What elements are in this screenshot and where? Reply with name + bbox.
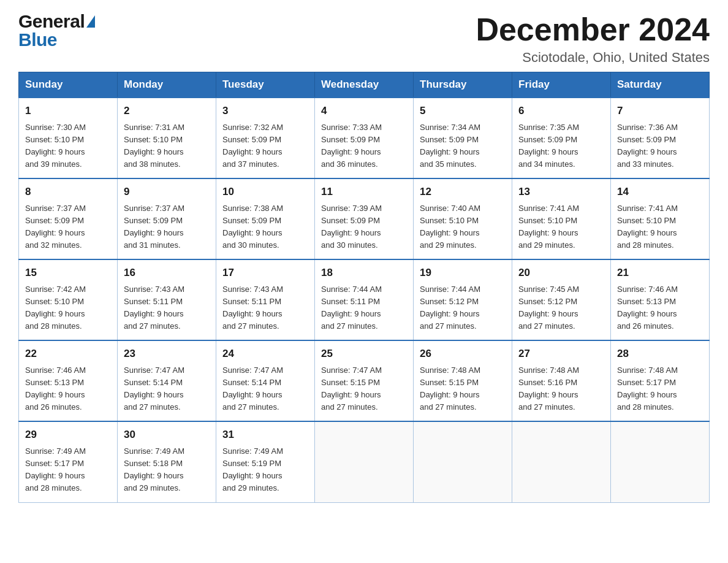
day-number: 23	[124, 346, 210, 362]
day-number: 4	[321, 103, 407, 119]
calendar-cell: 18 Sunrise: 7:44 AM Sunset: 5:11 PM Dayl…	[315, 259, 414, 340]
day-info: Sunrise: 7:31 AM Sunset: 5:10 PM Dayligh…	[124, 121, 210, 171]
day-info: Sunrise: 7:46 AM Sunset: 5:13 PM Dayligh…	[617, 283, 703, 333]
week-row-5: 29 Sunrise: 7:49 AM Sunset: 5:17 PM Dayl…	[19, 421, 710, 502]
day-info: Sunrise: 7:37 AM Sunset: 5:09 PM Dayligh…	[124, 202, 210, 252]
day-info: Sunrise: 7:48 AM Sunset: 5:16 PM Dayligh…	[518, 364, 604, 414]
calendar-cell: 22 Sunrise: 7:46 AM Sunset: 5:13 PM Dayl…	[19, 340, 118, 421]
day-number: 27	[518, 346, 604, 362]
day-number: 13	[518, 184, 604, 200]
day-info: Sunrise: 7:32 AM Sunset: 5:09 PM Dayligh…	[222, 121, 308, 171]
calendar-cell: 17 Sunrise: 7:43 AM Sunset: 5:11 PM Dayl…	[216, 259, 315, 340]
day-number: 16	[124, 265, 210, 281]
day-number: 14	[617, 184, 703, 200]
day-info: Sunrise: 7:48 AM Sunset: 5:15 PM Dayligh…	[420, 364, 506, 414]
day-info: Sunrise: 7:35 AM Sunset: 5:09 PM Dayligh…	[518, 121, 604, 171]
calendar-cell: 19 Sunrise: 7:44 AM Sunset: 5:12 PM Dayl…	[414, 259, 512, 340]
calendar-cell: 14 Sunrise: 7:41 AM Sunset: 5:10 PM Dayl…	[611, 178, 710, 259]
day-info: Sunrise: 7:43 AM Sunset: 5:11 PM Dayligh…	[222, 283, 308, 333]
calendar-cell: 9 Sunrise: 7:37 AM Sunset: 5:09 PM Dayli…	[118, 178, 216, 259]
day-number: 20	[518, 265, 604, 281]
day-info: Sunrise: 7:41 AM Sunset: 5:10 PM Dayligh…	[518, 202, 604, 252]
day-number: 19	[420, 265, 506, 281]
col-sunday: Sunday	[19, 72, 118, 98]
title-area: December 2024 Sciotodale, Ohio, United S…	[476, 12, 710, 66]
day-number: 11	[321, 184, 407, 200]
day-number: 25	[321, 346, 407, 362]
page-header: General Blue December 2024 Sciotodale, O…	[18, 12, 710, 66]
col-wednesday: Wednesday	[315, 72, 414, 98]
calendar-cell: 4 Sunrise: 7:33 AM Sunset: 5:09 PM Dayli…	[315, 98, 414, 178]
calendar-body: 1 Sunrise: 7:30 AM Sunset: 5:10 PM Dayli…	[19, 98, 710, 502]
calendar-header: Sunday Monday Tuesday Wednesday Thursday…	[19, 72, 710, 98]
day-number: 29	[25, 427, 111, 443]
day-info: Sunrise: 7:46 AM Sunset: 5:13 PM Dayligh…	[25, 364, 111, 414]
calendar-cell: 20 Sunrise: 7:45 AM Sunset: 5:12 PM Dayl…	[512, 259, 611, 340]
day-number: 7	[617, 103, 703, 119]
day-info: Sunrise: 7:40 AM Sunset: 5:10 PM Dayligh…	[420, 202, 506, 252]
day-number: 31	[222, 427, 308, 443]
day-info: Sunrise: 7:37 AM Sunset: 5:09 PM Dayligh…	[25, 202, 111, 252]
day-number: 12	[420, 184, 506, 200]
day-number: 1	[25, 103, 111, 119]
calendar-cell: 8 Sunrise: 7:37 AM Sunset: 5:09 PM Dayli…	[19, 178, 118, 259]
day-number: 6	[518, 103, 604, 119]
day-info: Sunrise: 7:43 AM Sunset: 5:11 PM Dayligh…	[124, 283, 210, 333]
calendar-cell: 6 Sunrise: 7:35 AM Sunset: 5:09 PM Dayli…	[512, 98, 611, 178]
logo-general-text: General	[18, 12, 95, 31]
calendar-cell: 12 Sunrise: 7:40 AM Sunset: 5:10 PM Dayl…	[414, 178, 512, 259]
col-friday: Friday	[512, 72, 611, 98]
calendar-cell: 16 Sunrise: 7:43 AM Sunset: 5:11 PM Dayl…	[118, 259, 216, 340]
calendar-cell: 23 Sunrise: 7:47 AM Sunset: 5:14 PM Dayl…	[118, 340, 216, 421]
calendar-cell: 5 Sunrise: 7:34 AM Sunset: 5:09 PM Dayli…	[414, 98, 512, 178]
day-number: 15	[25, 265, 111, 281]
day-info: Sunrise: 7:49 AM Sunset: 5:19 PM Dayligh…	[222, 445, 308, 495]
day-info: Sunrise: 7:42 AM Sunset: 5:10 PM Dayligh…	[25, 283, 111, 333]
calendar-cell	[315, 421, 414, 502]
calendar-cell: 27 Sunrise: 7:48 AM Sunset: 5:16 PM Dayl…	[512, 340, 611, 421]
day-number: 28	[617, 346, 703, 362]
day-info: Sunrise: 7:30 AM Sunset: 5:10 PM Dayligh…	[25, 121, 111, 171]
day-number: 21	[617, 265, 703, 281]
calendar-cell: 26 Sunrise: 7:48 AM Sunset: 5:15 PM Dayl…	[414, 340, 512, 421]
day-info: Sunrise: 7:44 AM Sunset: 5:12 PM Dayligh…	[420, 283, 506, 333]
col-monday: Monday	[118, 72, 216, 98]
day-number: 24	[222, 346, 308, 362]
calendar-cell: 1 Sunrise: 7:30 AM Sunset: 5:10 PM Dayli…	[19, 98, 118, 178]
month-title: December 2024	[476, 12, 710, 47]
day-info: Sunrise: 7:34 AM Sunset: 5:09 PM Dayligh…	[420, 121, 506, 171]
day-info: Sunrise: 7:48 AM Sunset: 5:17 PM Dayligh…	[617, 364, 703, 414]
logo-blue-text: Blue	[18, 31, 95, 49]
day-info: Sunrise: 7:47 AM Sunset: 5:14 PM Dayligh…	[222, 364, 308, 414]
calendar-cell: 11 Sunrise: 7:39 AM Sunset: 5:09 PM Dayl…	[315, 178, 414, 259]
day-number: 8	[25, 184, 111, 200]
day-info: Sunrise: 7:47 AM Sunset: 5:15 PM Dayligh…	[321, 364, 407, 414]
day-info: Sunrise: 7:49 AM Sunset: 5:17 PM Dayligh…	[25, 445, 111, 495]
calendar-cell: 21 Sunrise: 7:46 AM Sunset: 5:13 PM Dayl…	[611, 259, 710, 340]
header-row: Sunday Monday Tuesday Wednesday Thursday…	[19, 72, 710, 98]
calendar-cell: 2 Sunrise: 7:31 AM Sunset: 5:10 PM Dayli…	[118, 98, 216, 178]
day-info: Sunrise: 7:44 AM Sunset: 5:11 PM Dayligh…	[321, 283, 407, 333]
location-title: Sciotodale, Ohio, United States	[476, 50, 710, 66]
calendar-cell: 3 Sunrise: 7:32 AM Sunset: 5:09 PM Dayli…	[216, 98, 315, 178]
calendar-cell: 29 Sunrise: 7:49 AM Sunset: 5:17 PM Dayl…	[19, 421, 118, 502]
calendar-cell: 25 Sunrise: 7:47 AM Sunset: 5:15 PM Dayl…	[315, 340, 414, 421]
calendar-cell: 28 Sunrise: 7:48 AM Sunset: 5:17 PM Dayl…	[611, 340, 710, 421]
calendar-cell: 31 Sunrise: 7:49 AM Sunset: 5:19 PM Dayl…	[216, 421, 315, 502]
day-info: Sunrise: 7:38 AM Sunset: 5:09 PM Dayligh…	[222, 202, 308, 252]
day-info: Sunrise: 7:47 AM Sunset: 5:14 PM Dayligh…	[124, 364, 210, 414]
week-row-1: 1 Sunrise: 7:30 AM Sunset: 5:10 PM Dayli…	[19, 98, 710, 178]
week-row-4: 22 Sunrise: 7:46 AM Sunset: 5:13 PM Dayl…	[19, 340, 710, 421]
calendar-cell	[414, 421, 512, 502]
logo: General Blue	[18, 12, 95, 49]
calendar-cell	[611, 421, 710, 502]
day-number: 10	[222, 184, 308, 200]
day-info: Sunrise: 7:41 AM Sunset: 5:10 PM Dayligh…	[617, 202, 703, 252]
day-number: 17	[222, 265, 308, 281]
calendar-cell: 30 Sunrise: 7:49 AM Sunset: 5:18 PM Dayl…	[118, 421, 216, 502]
day-info: Sunrise: 7:49 AM Sunset: 5:18 PM Dayligh…	[124, 445, 210, 495]
week-row-3: 15 Sunrise: 7:42 AM Sunset: 5:10 PM Dayl…	[19, 259, 710, 340]
col-tuesday: Tuesday	[216, 72, 315, 98]
calendar-cell: 24 Sunrise: 7:47 AM Sunset: 5:14 PM Dayl…	[216, 340, 315, 421]
calendar-cell: 15 Sunrise: 7:42 AM Sunset: 5:10 PM Dayl…	[19, 259, 118, 340]
